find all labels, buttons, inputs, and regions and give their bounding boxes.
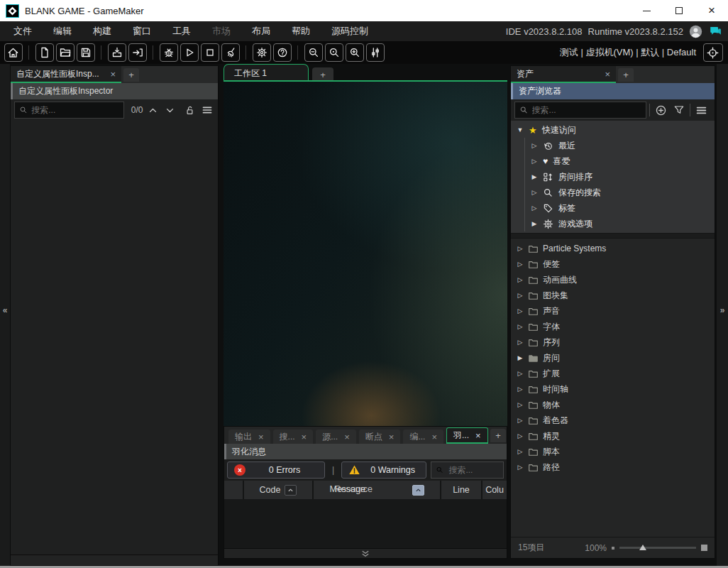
caret-right-icon[interactable]: ▷ — [517, 417, 524, 424]
run-button[interactable] — [180, 43, 199, 62]
tree-item-recent[interactable]: ▷ 最近 — [525, 138, 715, 153]
sort-button[interactable] — [285, 485, 297, 496]
caret-down-icon[interactable]: ▼ — [517, 126, 524, 133]
panel-menu-button[interactable] — [200, 102, 214, 118]
caret-right-icon[interactable]: ▷ — [531, 158, 538, 165]
maximize-button[interactable] — [663, 0, 695, 21]
output-search-input[interactable] — [447, 464, 499, 476]
zoom-reset-button[interactable] — [325, 43, 343, 62]
caret-right-icon[interactable]: ▷ — [531, 204, 538, 212]
asset-folder-row[interactable]: ▷ ▶ 便签 — [511, 256, 715, 272]
caret-right-icon[interactable]: ▷ — [517, 307, 524, 315]
tree-item-game-options[interactable]: ▶ 游戏选项 — [525, 216, 715, 231]
column-message-resource[interactable]: Message Resource — [314, 481, 440, 499]
zoom-slider[interactable] — [619, 547, 696, 549]
tree-item-saved-searches[interactable]: ▷ 保存的搜索 — [525, 185, 715, 200]
caret-right-filled-icon[interactable]: ▶ — [531, 220, 538, 227]
add-asset-button[interactable] — [653, 102, 668, 118]
caret-right-icon[interactable]: ▷ — [517, 339, 524, 346]
next-match-button[interactable] — [163, 102, 177, 118]
menu-item[interactable]: 源码控制 — [321, 21, 379, 41]
menu-item[interactable]: 构建 — [82, 21, 122, 41]
caret-right-icon[interactable]: ▷ — [517, 276, 524, 283]
output-panel-footer[interactable] — [224, 548, 507, 558]
asset-folder-row[interactable]: ▷ ▶ 房间 — [511, 350, 715, 366]
asset-folder-row[interactable]: ▷ ▶ 脚本 — [511, 444, 715, 459]
column-line[interactable]: Line — [441, 481, 481, 499]
asset-folder-row[interactable]: ▷ ▶ 时间轴 — [511, 381, 715, 397]
asset-folder-row[interactable]: ▷ ▶ 动画曲线 — [511, 272, 715, 288]
close-icon[interactable]: × — [605, 70, 610, 79]
close-icon[interactable]: × — [389, 432, 395, 442]
filter-button[interactable] — [671, 102, 687, 118]
asset-folder-row[interactable]: ▷ ▶ 物体 — [511, 397, 715, 413]
close-icon[interactable]: × — [258, 432, 264, 442]
lock-toggle-button[interactable] — [183, 102, 197, 118]
asset-folder-row[interactable]: ▷ ▶ 扩展 — [511, 366, 715, 381]
tab-workspace-1[interactable]: 工作区 1 — [224, 64, 309, 82]
caret-right-filled-icon[interactable]: ▶ — [517, 354, 524, 361]
caret-right-icon[interactable]: ▷ — [517, 464, 524, 471]
stop-button[interactable] — [201, 43, 219, 62]
tree-item-tags[interactable]: ▷ 标签 — [525, 200, 715, 216]
menu-item[interactable]: 帮助 — [281, 21, 321, 41]
new-project-button[interactable] — [35, 43, 54, 62]
chat-icon[interactable] — [708, 25, 722, 38]
clean-button[interactable] — [221, 43, 240, 62]
tree-item-favourites[interactable]: ▷ ♥ 喜爱 — [525, 153, 715, 169]
asset-folder-row[interactable]: ▷ ▶ 着色器 — [511, 413, 715, 428]
output-tab[interactable]: 搜... × — [273, 430, 314, 444]
device-manager-button[interactable] — [366, 43, 385, 62]
asset-searchbox[interactable] — [514, 102, 646, 119]
inspector-searchbox[interactable] — [14, 102, 124, 119]
menu-item[interactable]: 布局 — [241, 21, 281, 41]
caret-right-icon[interactable]: ▷ — [531, 189, 538, 196]
open-project-button[interactable] — [56, 43, 75, 62]
tree-item-room-order[interactable]: ▶ 房间排序 — [525, 169, 715, 185]
caret-right-icon[interactable]: ▷ — [517, 323, 524, 330]
slider-thumb[interactable] — [639, 545, 646, 550]
output-tab[interactable]: 断点 × — [359, 430, 401, 444]
left-collapse-strip[interactable]: « — [0, 64, 10, 566]
help-button[interactable] — [273, 43, 292, 62]
close-icon[interactable]: × — [110, 70, 116, 79]
home-button[interactable] — [4, 43, 23, 62]
create-executable-button[interactable] — [108, 43, 126, 62]
collapse-right-icon[interactable]: » — [717, 305, 728, 315]
workspace-canvas[interactable] — [224, 82, 507, 426]
asset-menu-button[interactable] — [693, 102, 709, 118]
menu-item[interactable]: 窗口 — [122, 21, 162, 41]
caret-right-icon[interactable]: ▷ — [517, 448, 524, 455]
account-avatar-icon[interactable] — [689, 25, 702, 38]
target-manager-button[interactable] — [703, 43, 723, 62]
sort-button-active[interactable] — [412, 485, 424, 496]
caret-right-filled-icon[interactable]: ▶ — [531, 173, 538, 180]
close-icon[interactable]: × — [344, 432, 350, 442]
minimize-button[interactable] — [630, 0, 663, 21]
caret-right-icon[interactable]: ▷ — [517, 432, 524, 439]
output-tab[interactable]: 输出 × — [228, 430, 270, 444]
add-workspace-button[interactable]: + — [312, 67, 333, 82]
tree-item-quick-access[interactable]: ▼ ★ 快速访问 — [511, 122, 715, 138]
asset-folder-row[interactable]: ▷ ▶ 字体 — [511, 319, 715, 334]
output-tab[interactable]: 羽... × — [446, 427, 488, 444]
close-icon[interactable]: × — [431, 432, 437, 442]
zoom-in-button[interactable] — [346, 43, 364, 62]
caret-right-icon[interactable]: ▷ — [517, 401, 524, 408]
double-chevron-down-icon[interactable] — [361, 550, 370, 557]
warnings-filter-button[interactable]: 0 Warnings — [341, 462, 426, 479]
target-config-text[interactable]: 测试 | 虚拟机(VM) | 默认 | Default — [560, 46, 696, 59]
collapse-left-icon[interactable]: « — [0, 305, 10, 315]
add-tab-button[interactable]: + — [123, 68, 139, 82]
right-collapse-strip[interactable]: » — [717, 64, 728, 566]
output-tab[interactable]: 编... × — [403, 430, 443, 444]
caret-right-icon[interactable]: ▷ — [531, 142, 538, 149]
asset-folder-row[interactable]: ▷ ▶ 精灵 — [511, 428, 715, 444]
menu-item[interactable]: 编辑 — [43, 21, 82, 41]
asset-folder-row[interactable]: ▷ ▶ 路径 — [511, 459, 715, 475]
output-tab[interactable]: 源... × — [316, 430, 356, 444]
prev-match-button[interactable] — [146, 102, 160, 118]
tab-inspector[interactable]: 自定义属性面板Insp... × — [11, 66, 121, 83]
menu-item[interactable]: 市场 — [202, 21, 241, 41]
close-button[interactable]: × — [695, 0, 728, 21]
